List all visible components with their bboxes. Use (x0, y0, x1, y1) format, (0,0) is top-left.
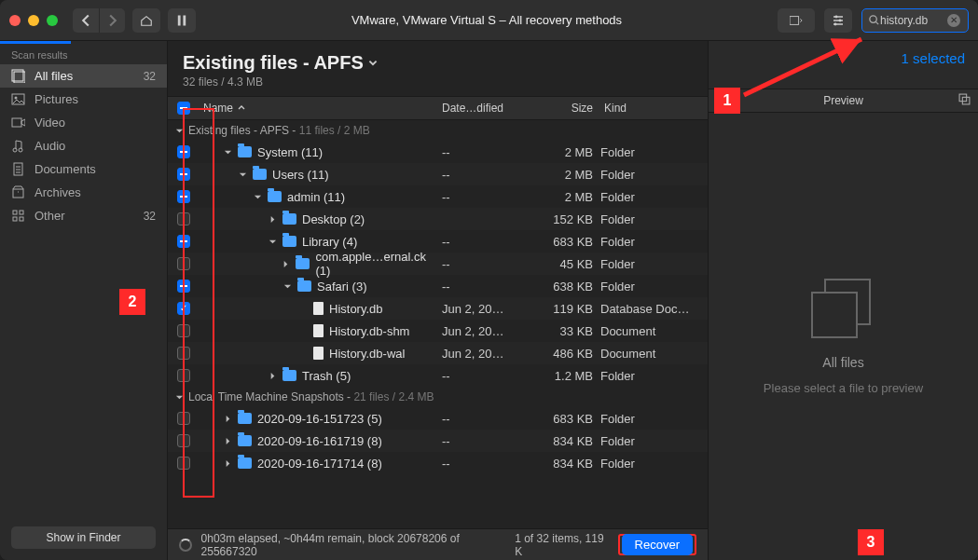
table-row[interactable]: Users (11)--2 MBFolder (168, 163, 708, 185)
content-heading[interactable]: Existing files - APFS (183, 52, 379, 74)
clear-search-icon[interactable]: ✕ (947, 14, 960, 27)
row-checkbox[interactable] (177, 457, 190, 470)
row-checkbox[interactable] (177, 324, 190, 337)
table-row[interactable]: com.apple…ernal.ck (1)--45 KBFolder (168, 253, 708, 275)
row-checkbox[interactable] (177, 434, 190, 447)
annotation-box-3: Recover (618, 534, 696, 555)
row-checkbox[interactable] (177, 412, 190, 425)
chevron-down-icon (367, 58, 379, 69)
file-size: 152 KB (526, 212, 600, 226)
pause-button[interactable] (168, 8, 196, 33)
search-input[interactable] (880, 14, 947, 27)
table-row[interactable]: 2020-09-16-171714 (8)--834 KBFolder (168, 452, 708, 474)
disclosure-right-icon[interactable] (224, 434, 232, 448)
table-row[interactable]: History.db-walJun 2, 20…486 KBDocument (168, 342, 708, 364)
row-checkbox[interactable] (177, 235, 190, 248)
table-row[interactable]: admin (11)--2 MBFolder (168, 185, 708, 208)
folder-icon (282, 370, 296, 381)
header-checkbox[interactable] (177, 102, 190, 115)
row-checkbox[interactable] (177, 257, 190, 270)
file-date: -- (442, 257, 526, 271)
row-checkbox[interactable] (177, 347, 190, 360)
column-kind[interactable]: Kind (600, 102, 708, 115)
sidebar-item-pictures[interactable]: Pictures (0, 88, 167, 111)
svg-point-1 (835, 15, 838, 18)
close-icon[interactable] (9, 15, 21, 26)
file-table-body[interactable]: Existing files - APFS - 11 files / 2 MBS… (168, 120, 708, 528)
row-checkbox[interactable] (177, 190, 190, 203)
sidebar-item-archives[interactable]: Archives (0, 181, 167, 204)
search-box[interactable]: ✕ (861, 8, 969, 33)
file-name: com.apple…ernal.ck (1) (315, 250, 442, 278)
forward-button[interactable] (99, 8, 125, 33)
annotation-2: 2 (119, 289, 145, 315)
sort-asc-icon (237, 102, 246, 112)
row-checkbox[interactable] (177, 168, 190, 181)
disclosure-right-icon[interactable] (269, 369, 277, 383)
preview-header: Preview (709, 89, 978, 113)
group-header[interactable]: Existing files - APFS - 11 files / 2 MB (168, 120, 708, 141)
table-row[interactable]: Trash (5)--1.2 MBFolder (168, 364, 708, 387)
disclosure-down-icon[interactable] (224, 145, 232, 159)
file-size: 119 KB (526, 302, 600, 316)
file-size: 45 KB (526, 257, 600, 271)
disclosure-down-icon[interactable] (239, 168, 247, 182)
row-checkbox[interactable] (177, 145, 190, 158)
sidebar-item-label: Audio (34, 139, 65, 153)
status-selection: 1 of 32 items, 119 K (515, 532, 606, 558)
folder-icon (238, 146, 252, 157)
show-in-finder-button[interactable]: Show in Finder (11, 526, 156, 549)
minimize-icon[interactable] (28, 15, 39, 26)
column-name[interactable]: Name (200, 102, 442, 115)
recover-button[interactable]: Recover (622, 534, 693, 555)
disclosure-right-icon[interactable] (224, 412, 232, 426)
file-size: 834 KB (526, 457, 600, 471)
svg-rect-15 (20, 211, 23, 214)
file-size: 834 KB (526, 434, 600, 448)
table-row[interactable]: Desktop (2)152 KBFolder (168, 208, 708, 230)
column-size[interactable]: Size (526, 102, 600, 115)
category-icon (11, 92, 25, 106)
selected-count[interactable]: 1 selected (709, 41, 978, 66)
sidebar-item-audio[interactable]: Audio (0, 134, 167, 157)
disclosure-down-icon[interactable] (254, 190, 262, 204)
sidebar-item-all-files[interactable]: All files32 (0, 64, 167, 88)
row-checkbox[interactable] (177, 369, 190, 382)
disclosure-right-icon[interactable] (224, 457, 232, 471)
sidebar-item-label: Other (34, 209, 65, 223)
table-row[interactable]: 2020-09-16-151723 (5)--683 KBFolder (168, 407, 708, 430)
folder-icon (282, 236, 296, 247)
group-header[interactable]: Local Time Machine Snapshots - 21 files … (168, 387, 708, 407)
disclosure-down-icon[interactable] (175, 127, 185, 135)
disclosure-down-icon[interactable] (269, 235, 277, 249)
disclosure-right-icon[interactable] (269, 212, 277, 226)
table-row[interactable]: History.dbJun 2, 20…119 KBDatabase Doc… (168, 297, 708, 320)
sidebar-item-video[interactable]: Video (0, 111, 167, 134)
file-name: admin (11) (287, 190, 345, 204)
back-button[interactable] (73, 8, 99, 33)
file-date: -- (442, 412, 526, 426)
row-checkbox[interactable] (177, 280, 190, 293)
view-mode-button[interactable] (778, 8, 815, 33)
folder-icon (282, 213, 296, 225)
category-icon (11, 116, 25, 130)
row-checkbox[interactable] (177, 212, 190, 225)
maximize-icon[interactable] (47, 15, 58, 26)
row-checkbox[interactable] (177, 302, 190, 315)
home-button[interactable] (132, 8, 160, 33)
disclosure-right-icon[interactable] (282, 257, 290, 271)
titlebar: VMware, VMware Virtual S – All recovery … (0, 0, 978, 41)
sidebar-item-documents[interactable]: Documents (0, 157, 167, 181)
table-row[interactable]: 2020-09-16-161719 (8)--834 KBFolder (168, 430, 708, 452)
table-row[interactable]: System (11)--2 MBFolder (168, 141, 708, 163)
table-row[interactable]: History.db-shmJun 2, 20…33 KBDocument (168, 320, 708, 342)
expand-preview-icon[interactable] (958, 93, 971, 108)
settings-button[interactable] (824, 8, 852, 33)
sidebar-item-other[interactable]: Other32 (0, 204, 167, 227)
disclosure-down-icon[interactable] (283, 280, 292, 294)
table-row[interactable]: Safari (3)--638 KBFolder (168, 275, 708, 297)
preview-title: All files (822, 355, 863, 370)
disclosure-down-icon[interactable] (175, 393, 185, 402)
svg-point-11 (19, 148, 22, 152)
column-date[interactable]: Date…dified (442, 102, 526, 115)
